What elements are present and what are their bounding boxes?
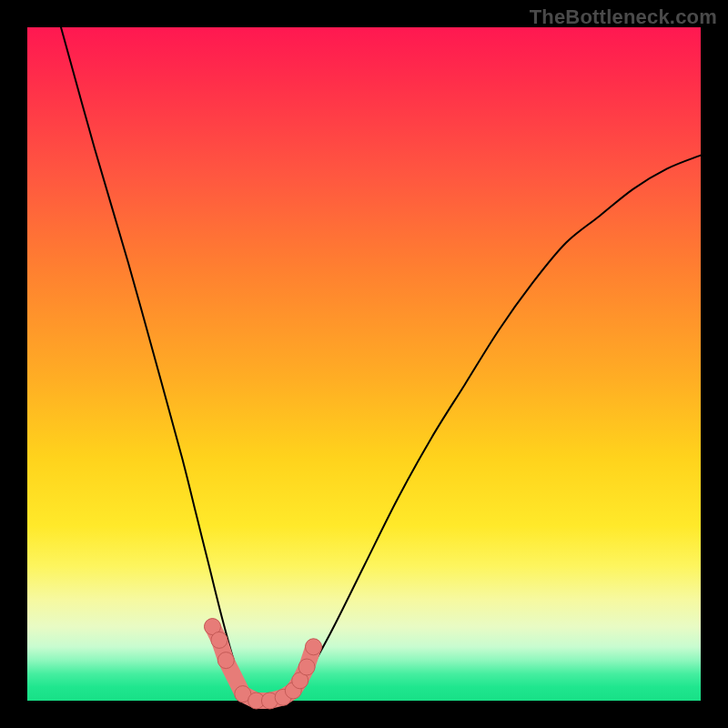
dot [217,652,234,669]
gradient-panel [27,27,701,701]
dot [211,632,228,648]
dot [298,659,315,675]
chart-stage: TheBottleneck.com [0,0,728,728]
bottleneck-curve [61,27,701,702]
dot [306,639,322,655]
curve-path [61,27,701,702]
near-bottom-dots [205,619,322,709]
plot-svg [27,27,701,701]
watermark-text: TheBottleneck.com [530,5,717,29]
